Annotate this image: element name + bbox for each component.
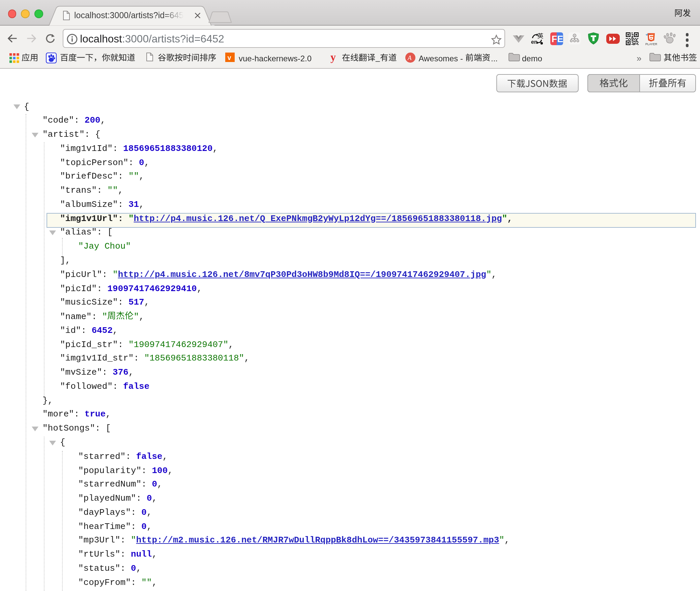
svg-text:en: en	[531, 39, 537, 45]
svg-text:PLAYER: PLAYER	[645, 43, 657, 46]
svg-text:E: E	[557, 34, 563, 44]
svg-text:v: v	[228, 54, 232, 62]
svg-text:y: y	[330, 53, 336, 63]
svg-text:A: A	[407, 54, 412, 61]
svg-text:F: F	[551, 34, 557, 44]
